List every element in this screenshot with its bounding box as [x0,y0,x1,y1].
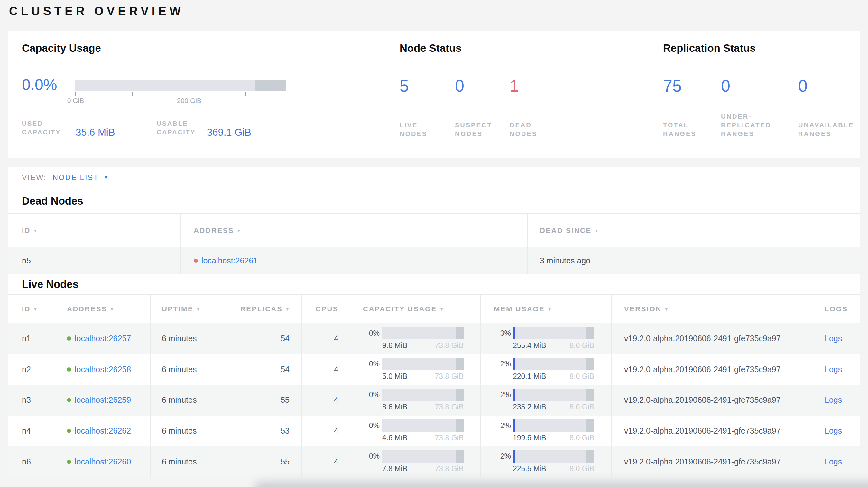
axis-tick [75,92,76,96]
sort-arrow-icon: ▼ [237,228,241,233]
capacity-total: 73.8 GiB [435,372,464,381]
mem-bar [513,419,594,432]
live-nodes-heading: Live Nodes [8,274,860,294]
column-header-mem-usage[interactable]: MEM USAGE▼ [480,295,611,323]
axis-tick [245,92,246,96]
suspect-nodes-label: SUSPECT NODES [455,121,492,138]
capacity-usage-title: Capacity Usage [22,42,101,54]
logs-link[interactable]: Logs [825,426,842,435]
page-title: CLUSTER OVERVIEW [9,4,184,18]
logs-cell: Logs [812,416,860,447]
view-dropdown[interactable]: NODE LIST [53,173,99,182]
column-header-dead-since[interactable]: DEAD SINCE▼ [527,214,860,247]
sort-arrow-icon: ▼ [285,306,289,312]
node-address-link[interactable]: localhost:26261 [202,256,258,265]
column-header-version[interactable]: VERSION▼ [611,295,812,323]
cpus-value: 4 [301,446,351,477]
live-status-dot [67,367,71,371]
capacity-total: 73.8 GiB [435,403,464,412]
capacity-usage-cell: 0% 5.0 MiB 73.8 GiB [351,354,480,385]
sort-arrow-icon: ▼ [664,306,669,312]
sort-arrow-icon: ▼ [33,228,38,233]
mem-used: 225.5 MiB [513,464,546,473]
cpus-value: 4 [301,323,351,354]
logs-link[interactable]: Logs [825,334,842,343]
mem-usage-cell: 2% 220.1 MiB 8.0 GiB [480,354,611,385]
table-row: n1 localhost:26257 6 minutes 54 4 0% 9.6… [8,323,860,354]
mem-bar [513,389,594,401]
column-header-uptime[interactable]: UPTIME▼ [150,295,222,323]
node-id: n5 [8,247,180,274]
replicas-value: 53 [222,416,301,447]
capacity-usage-cell: 0% 9.6 MiB 73.8 GiB [351,323,480,354]
suspect-nodes-stat: 0 SUSPECT NODES [455,76,509,138]
logs-link[interactable]: Logs [825,457,842,466]
column-header-address[interactable]: ADDRESS▼ [180,214,527,247]
node-address-cell: localhost:26259 [55,385,150,416]
node-address-link[interactable]: localhost:26262 [75,426,131,435]
sort-arrow-icon: ▼ [33,306,38,312]
node-status-section: Node Status 5 LIVE NODES 0 SUSPECT NODES… [391,31,616,158]
capacity-bar [382,389,464,401]
cpus-value: 4 [301,416,351,447]
column-header-replicas[interactable]: REPLICAS▼ [222,295,301,323]
live-nodes-table-header: ID▼ ADDRESS▼ UPTIME▼ REPLICAS▼ CPUS CAPA… [8,294,860,323]
live-nodes-count: 5 [400,76,455,95]
column-header-capacity-usage[interactable]: CAPACITY USAGE▼ [351,295,480,323]
column-header-address[interactable]: ADDRESS▼ [55,295,150,323]
total-ranges-label: TOTAL RANGES [663,121,696,138]
unavailable-ranges-label: UNAVAILABLE RANGES [798,121,854,138]
node-status-title: Node Status [400,42,462,54]
mem-used: 199.6 MiB [513,433,546,442]
column-header-id[interactable]: ID▼ [8,295,55,323]
node-address-link[interactable]: localhost:26257 [75,334,131,343]
usable-capacity-label: USABLE CAPACITY [157,119,196,137]
capacity-usage-section: Capacity Usage 0.0% 0 GiB 200 GiB USED C… [22,31,344,158]
capacity-total: 73.8 GiB [435,464,464,473]
live-nodes-label: LIVE NODES [400,121,427,138]
column-header-cpus[interactable]: CPUS [301,295,351,323]
column-header-id[interactable]: ID▼ [8,214,180,247]
capacity-used: 4.6 MiB [382,433,407,442]
replicas-value: 54 [222,354,301,385]
sort-arrow-icon: ▼ [110,306,114,312]
suspect-nodes-count: 0 [455,76,509,95]
live-status-dot [67,398,71,402]
node-address-cell: localhost:26260 [55,446,150,477]
mem-used: 235.2 MiB [513,403,546,412]
node-address-link[interactable]: localhost:26258 [75,365,131,374]
capacity-percent: 0% [351,390,380,399]
capacity-usage-cell: 0% 4.6 MiB 73.8 GiB [351,416,480,447]
uptime-value: 6 minutes [150,446,222,477]
replication-status-section: Replication Status 75 TOTAL RANGES 0 UND… [655,31,861,158]
cpus-value: 4 [301,354,351,385]
uptime-value: 6 minutes [150,385,222,416]
used-capacity-label: USED CAPACITY [22,119,61,137]
capacity-bar [382,327,464,339]
sort-arrow-icon: ▼ [196,306,200,312]
mem-bar [513,358,594,370]
capacity-bar [382,419,464,432]
mem-usage-cell: 3% 255.4 MiB 8.0 GiB [480,323,611,354]
capacity-used: 5.0 MiB [382,372,407,381]
logs-link[interactable]: Logs [825,395,842,404]
logs-cell: Logs [812,354,860,385]
node-address-link[interactable]: localhost:26260 [75,457,131,466]
logs-link[interactable]: Logs [825,365,842,374]
node-address-cell: localhost:26258 [55,354,150,385]
under-replicated-label: UNDER- REPLICATED RANGES [721,112,771,138]
capacity-total: 73.8 GiB [435,433,464,442]
cpus-value: 4 [301,385,351,416]
axis-tick [189,92,189,96]
under-replicated-count: 0 [721,76,798,95]
capacity-bar [382,358,464,370]
mem-total: 8.0 GiB [569,341,594,350]
sort-arrow-icon: ▼ [439,306,444,312]
node-address-cell: localhost:26257 [55,323,150,354]
dead-status-dot [194,259,198,263]
dead-since-value: 3 minutes ago [527,247,860,274]
node-address-link[interactable]: localhost:26259 [75,395,131,404]
capacity-bar [382,450,464,462]
chevron-down-icon[interactable]: ▼ [103,174,109,181]
node-address-cell: localhost:26262 [55,416,150,447]
